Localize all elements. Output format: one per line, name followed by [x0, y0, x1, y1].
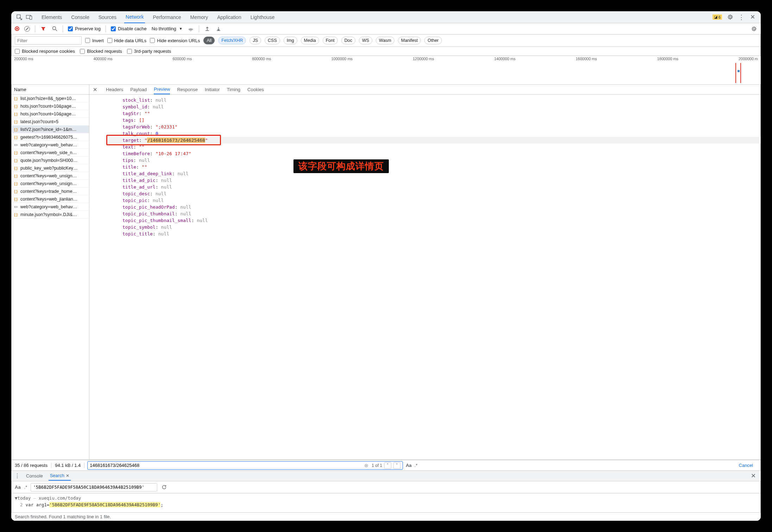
preview-row[interactable]: title_ad_url: null: [108, 184, 761, 190]
drawer-tab-console[interactable]: Console: [25, 471, 44, 480]
type-css[interactable]: CSS: [265, 37, 280, 44]
network-conditions-icon[interactable]: [188, 26, 194, 32]
detail-tab-headers[interactable]: Headers: [106, 85, 123, 94]
detail-tab-response[interactable]: Response: [177, 85, 198, 94]
preview-row[interactable]: text: "": [108, 144, 761, 150]
detail-tab-preview[interactable]: Preview: [154, 85, 170, 94]
hide-data-urls-checkbox[interactable]: Hide data URLs: [107, 38, 147, 43]
invert-checkbox[interactable]: Invert: [85, 38, 104, 43]
preview-row[interactable]: topic_symbol: null: [108, 224, 761, 230]
request-row[interactable]: {;}quote.json?symbol=SH000…: [11, 157, 89, 164]
type-ws[interactable]: WS: [359, 37, 372, 44]
search-result-file[interactable]: ▼today — xueqiu.com/today: [15, 495, 757, 501]
request-row[interactable]: {;}content?keys=web_unsign…: [11, 172, 89, 180]
drawer-tab-search[interactable]: Search ✕: [49, 471, 71, 481]
warnings-badge[interactable]: ◪ 6: [713, 14, 722, 20]
request-row[interactable]: {;}public_key_web?publicKey…: [11, 164, 89, 172]
type-media[interactable]: Media: [301, 37, 319, 44]
detail-tab-initiator[interactable]: Initiator: [205, 85, 220, 94]
type-all[interactable]: All: [203, 37, 215, 44]
disable-cache-checkbox[interactable]: Disable cache: [111, 26, 147, 31]
preview-row[interactable]: topic_title: null: [108, 230, 761, 237]
tab-memory[interactable]: Memory: [189, 12, 210, 23]
tab-network[interactable]: Network: [124, 11, 145, 23]
preview-row[interactable]: tagsForWeb: ";02331": [108, 124, 761, 130]
settings-gear-icon[interactable]: [727, 14, 733, 20]
request-row[interactable]: {;}geetest?t=1698346626075…: [11, 133, 89, 141]
drawer-menu-icon[interactable]: ⋮: [14, 473, 20, 479]
drawer-match-case-toggle[interactable]: Aa: [15, 484, 21, 490]
preview-row[interactable]: tips: null: [108, 157, 761, 164]
type-img[interactable]: Img: [284, 37, 297, 44]
blocked-requests-checkbox[interactable]: Blocked requests: [80, 49, 122, 54]
preview-row[interactable]: topic_desc: null: [108, 190, 761, 197]
find-input[interactable]: [90, 463, 361, 468]
detail-tab-timing[interactable]: Timing: [227, 85, 241, 94]
type-doc[interactable]: Doc: [341, 37, 355, 44]
detail-tab-payload[interactable]: Payload: [130, 85, 147, 94]
find-prev-button[interactable]: ˄: [384, 462, 391, 469]
match-case-toggle[interactable]: Aa: [406, 463, 412, 468]
hide-extension-urls-checkbox[interactable]: Hide extension URLs: [150, 38, 200, 43]
type-manifest[interactable]: Manifest: [398, 37, 421, 44]
preview-row[interactable]: title_ad_deep_link: null: [108, 170, 761, 177]
drawer-search-input[interactable]: [31, 483, 157, 492]
filter-icon[interactable]: [40, 26, 46, 32]
request-row[interactable]: {;}content?keys=web_unsign…: [11, 180, 89, 188]
preview-row[interactable]: stock_list: null: [108, 97, 761, 103]
request-row[interactable]: ▭web?category=web_behav…: [11, 141, 89, 149]
tab-sources[interactable]: Sources: [97, 12, 118, 23]
search-result-line[interactable]: 2var arg1='5B6B2DF5FADE9F58A50C18DA96463…: [15, 501, 757, 508]
network-timeline[interactable]: 200000 ms400000 ms600000 ms800000 ms1000…: [11, 56, 761, 85]
preview-row[interactable]: tagStr: "": [108, 110, 761, 117]
preview-row[interactable]: title: "": [108, 164, 761, 170]
request-row[interactable]: {;}content?keys=trade_home…: [11, 188, 89, 195]
request-row[interactable]: {;}content?keys=web_side_n…: [11, 149, 89, 157]
preview-row[interactable]: topic_pic_thumbnail_small: null: [108, 217, 761, 224]
detail-tab-cookies[interactable]: Cookies: [247, 85, 264, 94]
close-devtools-icon[interactable]: ✕: [749, 14, 756, 20]
preview-row[interactable]: timeBefore: "10-26 17:47": [108, 150, 761, 157]
clear-button[interactable]: [24, 26, 30, 32]
preview-row[interactable]: title_ad_pic: null: [108, 177, 761, 184]
type-wasm[interactable]: Wasm: [376, 37, 394, 44]
request-row[interactable]: {;}list.json?size=8&_type=10…: [11, 95, 89, 102]
tab-lighthouse[interactable]: Lighthouse: [249, 12, 276, 23]
clear-find-icon[interactable]: ⊗: [363, 462, 369, 469]
kebab-menu-icon[interactable]: ⋮: [738, 14, 745, 20]
type-js[interactable]: JS: [249, 37, 261, 44]
tab-console[interactable]: Console: [70, 12, 90, 23]
refresh-search-icon[interactable]: [161, 484, 167, 490]
close-drawer-icon[interactable]: ✕: [751, 472, 756, 480]
request-row[interactable]: {;}listV2.json?since_id=-1&m…: [11, 126, 89, 133]
tab-elements[interactable]: Elements: [40, 12, 63, 23]
filter-input[interactable]: [15, 36, 82, 45]
network-settings-icon[interactable]: [751, 26, 757, 32]
preserve-log-checkbox[interactable]: Preserve log: [68, 26, 101, 31]
preview-row[interactable]: target: "/1468161673/264625468": [108, 137, 761, 144]
throttling-select[interactable]: No throttling▼: [152, 26, 183, 31]
preview-row[interactable]: symbol_id: null: [108, 103, 761, 110]
find-cancel-button[interactable]: Cancel: [739, 463, 753, 468]
preview-row[interactable]: talk_count: 0: [108, 130, 761, 137]
preview-row[interactable]: topic_pic_headOrPad: null: [108, 204, 761, 210]
blocked-response-cookies-checkbox[interactable]: Blocked response cookies: [15, 49, 75, 54]
regex-toggle[interactable]: .*: [415, 463, 418, 468]
preview-row[interactable]: topic_pic: null: [108, 197, 761, 204]
export-har-icon[interactable]: [204, 26, 210, 32]
request-row[interactable]: {;}minute.json?symbol=.DJI&…: [11, 211, 89, 218]
inspect-icon[interactable]: [16, 14, 23, 20]
tab-application[interactable]: Application: [216, 12, 243, 23]
request-row[interactable]: ▭web?category=web_behav…: [11, 203, 89, 211]
close-search-tab-icon[interactable]: ✕: [66, 473, 69, 478]
third-party-checkbox[interactable]: 3rd-party requests: [127, 49, 171, 54]
find-next-button[interactable]: ˅: [393, 462, 400, 469]
drawer-regex-toggle[interactable]: .*: [24, 484, 27, 490]
record-button[interactable]: [15, 26, 19, 31]
type-font[interactable]: Font: [323, 37, 338, 44]
request-row[interactable]: {;}hots.json?count=10&page…: [11, 102, 89, 110]
type-other[interactable]: Other: [424, 37, 442, 44]
request-row[interactable]: {;}latest.json?count=5: [11, 118, 89, 126]
preview-body[interactable]: 该字段可构成详情页 stock_list: nullsymbol_id: nul…: [89, 95, 761, 460]
type-fetch-xhr[interactable]: Fetch/XHR: [218, 37, 246, 44]
